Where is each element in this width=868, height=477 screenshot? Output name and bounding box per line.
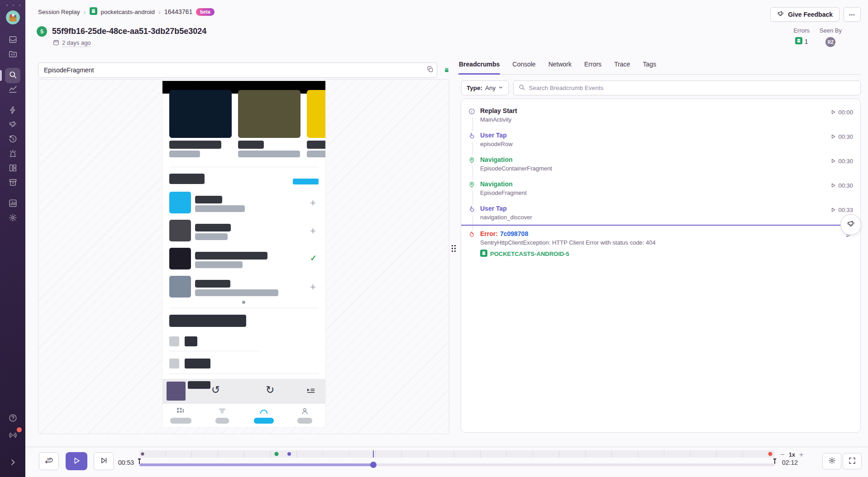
fire-icon	[468, 230, 477, 240]
sidebar-item-replays[interactable]	[5, 132, 20, 147]
sidebar-item-stats[interactable]	[5, 196, 20, 212]
replay-count-badge: 5	[37, 26, 47, 37]
sidebar-item-projects[interactable]	[5, 47, 20, 62]
alerts-icon	[9, 149, 17, 159]
sidebar-item-alerts[interactable]	[5, 146, 20, 162]
drag-handle-icon	[452, 245, 456, 252]
breadcrumb-event-list: Replay StartMainActivity00:00User Tapepi…	[461, 99, 861, 433]
android-platform-icon	[443, 66, 451, 74]
timeline-event-dot[interactable]	[141, 453, 144, 456]
breadcrumb-description: EpisodeFragment	[480, 189, 830, 196]
timeline-event-dot[interactable]	[287, 452, 291, 456]
seen-by-label: Seen By	[820, 27, 842, 34]
sidebar-item-dashboards[interactable]	[5, 161, 20, 176]
breadcrumb-project[interactable]: pocketcasts-android	[101, 9, 155, 15]
player-settings-button[interactable]	[822, 453, 841, 469]
seek-bar[interactable]	[139, 463, 775, 466]
replay-timestamp: 2 days ago	[62, 39, 91, 47]
play-icon	[830, 134, 836, 139]
seek-handle[interactable]	[370, 462, 377, 468]
zoom-window-end-handle[interactable]	[773, 458, 777, 464]
breadcrumb-description: EpisodeContainerFragment	[480, 165, 830, 172]
issue-link[interactable]: POCKETCASTS-ANDROID-5	[480, 250, 845, 263]
tap-icon	[468, 132, 477, 142]
timeline-zoom-out-button[interactable]: −	[780, 451, 785, 458]
tab-errors[interactable]: Errors	[584, 60, 602, 74]
releases-icon	[9, 178, 17, 188]
timeline-zoom-in-button[interactable]: +	[799, 451, 804, 458]
android-project-icon	[795, 37, 802, 46]
breadcrumb-description: MainActivity	[480, 116, 830, 123]
event-minimap[interactable]	[139, 450, 775, 458]
jump-back-10s-button[interactable]: 10	[39, 452, 59, 470]
tap-icon	[468, 205, 477, 215]
fullscreen-icon	[849, 457, 856, 466]
breadcrumb-search-input[interactable]	[529, 85, 855, 91]
help-button[interactable]	[5, 411, 20, 426]
tab-trace[interactable]: Trace	[614, 60, 630, 74]
feedback-icon	[9, 120, 17, 130]
tab-breadcrumbs[interactable]: Breadcrumbs	[458, 60, 500, 74]
check-icon: ✓	[310, 254, 320, 262]
breadcrumb-title: Navigation	[480, 180, 513, 188]
breadcrumb-row[interactable]: User Tapnavigation_discover00:33	[461, 200, 860, 225]
breadcrumb-timestamp[interactable]: 00:30	[830, 157, 853, 165]
sidebar-item-releases[interactable]	[5, 175, 20, 191]
play-button[interactable]	[66, 452, 87, 470]
breadcrumb-row[interactable]: Replay StartMainActivity00:00	[461, 103, 860, 127]
error-id-link[interactable]: 7c098708	[500, 230, 528, 237]
tab-tags[interactable]: Tags	[642, 60, 657, 74]
breadcrumb-row[interactable]: Error:7c098708SentryHttpClientException:…	[461, 225, 860, 263]
sidebar-expand-button[interactable]	[5, 455, 20, 471]
fullscreen-button[interactable]	[843, 453, 862, 469]
skip-back-icon: ↺	[211, 385, 220, 395]
errors-count[interactable]: 1	[795, 37, 808, 46]
tab-network[interactable]: Network	[548, 60, 572, 74]
breadcrumb-title: Navigation	[480, 156, 513, 163]
breadcrumb-description: SentryHttpClientException: HTTP Client E…	[480, 239, 845, 246]
timeline-event-dot[interactable]	[768, 452, 773, 456]
sidebar-item-performance[interactable]	[5, 103, 20, 118]
give-feedback-button[interactable]: Give Feedback	[770, 7, 839, 22]
breadcrumb-session-replay[interactable]: Session Replay	[38, 9, 80, 15]
breadcrumb-search	[513, 80, 861, 95]
breadcrumb-row[interactable]: User TapepisodeRow00:30	[461, 127, 860, 151]
projects-icon	[9, 50, 17, 60]
detail-tabs: BreadcrumbsConsoleNetworkErrorsTraceTags	[457, 60, 861, 75]
sidebar-item-settings[interactable]	[5, 211, 20, 226]
type-filter-dropdown[interactable]: Type: Any	[461, 80, 509, 95]
sidebar-item-trends[interactable]	[5, 82, 20, 98]
breadcrumb-timestamp[interactable]: 00:33	[830, 206, 853, 214]
skip-forward-icon: ↻	[266, 385, 274, 395]
more-options-button[interactable]: ⋯	[844, 7, 861, 22]
timeline-event-dot[interactable]	[275, 452, 279, 456]
ellipsis-icon: ⋯	[849, 11, 856, 18]
sidebar-item-feedback[interactable]	[5, 118, 20, 133]
viewer-avatar[interactable]: RZ	[825, 37, 835, 47]
breadcrumb-timestamp[interactable]: 00:00	[830, 108, 853, 116]
org-avatar[interactable]	[6, 10, 20, 24]
whats-new-button[interactable]	[5, 428, 20, 444]
plus-icon: +	[310, 198, 320, 208]
breadcrumbs-panel: BreadcrumbsConsoleNetworkErrorsTraceTags…	[457, 60, 861, 433]
breadcrumb-separator: ›	[84, 8, 86, 16]
panel-resize-handle[interactable]	[451, 60, 457, 434]
sidebar-item-issues[interactable]	[5, 33, 20, 48]
app-sidebar	[0, 0, 25, 477]
dom-search-input[interactable]	[38, 66, 423, 74]
timeline-zoom-level[interactable]: 1x	[789, 452, 795, 458]
plus-icon: +	[310, 282, 320, 292]
floating-feedback-button[interactable]	[840, 214, 861, 235]
podcast-card	[238, 90, 300, 138]
breadcrumb-timestamp[interactable]: 00:30	[830, 181, 853, 189]
android-project-icon	[480, 250, 487, 258]
replay-timeline[interactable]	[139, 447, 775, 477]
zoom-window-start-handle[interactable]	[138, 458, 141, 464]
breadcrumb-row[interactable]: NavigationEpisodeContainerFragment00:30	[461, 151, 860, 176]
replay-viewport[interactable]: + + ✓ +	[38, 79, 449, 434]
tab-console[interactable]: Console	[512, 60, 536, 74]
sidebar-item-explore[interactable]	[5, 68, 20, 83]
breadcrumb-row[interactable]: NavigationEpisodeFragment00:30	[461, 176, 860, 200]
breadcrumb-timestamp[interactable]: 00:30	[830, 132, 853, 141]
copy-button[interactable]	[423, 63, 437, 77]
